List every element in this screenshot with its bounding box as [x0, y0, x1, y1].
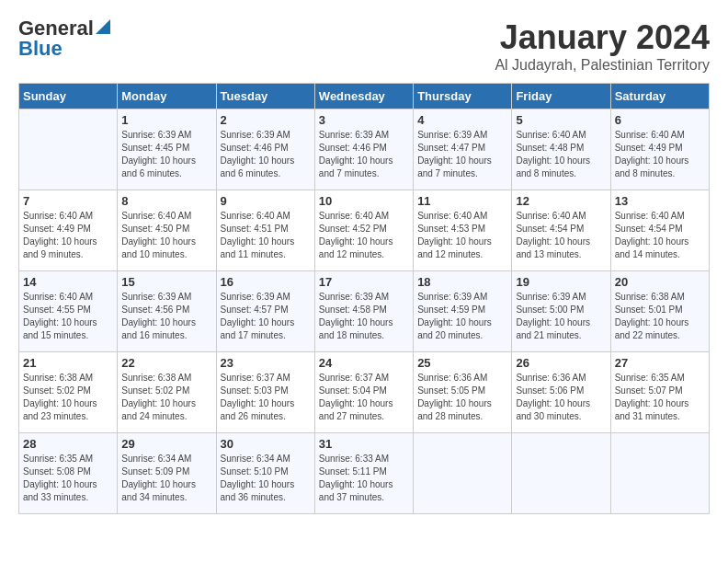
day-info: Sunrise: 6:39 AM Sunset: 4:59 PM Dayligh…	[417, 291, 507, 342]
calendar-cell: 31Sunrise: 6:33 AM Sunset: 5:11 PM Dayli…	[314, 433, 413, 514]
day-number: 2	[221, 113, 311, 127]
day-number: 8	[121, 194, 211, 208]
calendar-cell: 2Sunrise: 6:39 AM Sunset: 4:46 PM Daylig…	[216, 109, 314, 190]
day-number: 27	[615, 356, 705, 370]
svg-marker-0	[96, 19, 110, 34]
calendar-cell	[19, 109, 118, 190]
calendar-cell	[414, 433, 512, 514]
day-info: Sunrise: 6:39 AM Sunset: 4:57 PM Dayligh…	[221, 291, 311, 342]
day-info: Sunrise: 6:39 AM Sunset: 4:47 PM Dayligh…	[417, 129, 507, 180]
day-info: Sunrise: 6:37 AM Sunset: 5:03 PM Dayligh…	[221, 372, 311, 423]
logo-blue-text: Blue	[18, 39, 63, 59]
title-area: January 2024 Al Judayrah, Palestinian Te…	[495, 18, 710, 74]
calendar-cell: 5Sunrise: 6:40 AM Sunset: 4:48 PM Daylig…	[512, 109, 610, 190]
day-info: Sunrise: 6:38 AM Sunset: 5:02 PM Dayligh…	[23, 372, 113, 423]
day-info: Sunrise: 6:40 AM Sunset: 4:50 PM Dayligh…	[121, 210, 211, 261]
week-row-3: 14Sunrise: 6:40 AM Sunset: 4:55 PM Dayli…	[19, 271, 710, 352]
day-info: Sunrise: 6:36 AM Sunset: 5:05 PM Dayligh…	[417, 372, 507, 423]
day-info: Sunrise: 6:34 AM Sunset: 5:09 PM Dayligh…	[121, 453, 211, 504]
calendar-cell: 6Sunrise: 6:40 AM Sunset: 4:49 PM Daylig…	[610, 109, 709, 190]
day-info: Sunrise: 6:40 AM Sunset: 4:51 PM Dayligh…	[221, 210, 311, 261]
calendar-cell: 1Sunrise: 6:39 AM Sunset: 4:45 PM Daylig…	[118, 109, 216, 190]
header-cell-thursday: Thursday	[414, 84, 512, 109]
calendar-cell: 10Sunrise: 6:40 AM Sunset: 4:52 PM Dayli…	[314, 190, 413, 271]
day-number: 7	[23, 194, 113, 208]
day-number: 31	[319, 437, 409, 451]
calendar-cell: 3Sunrise: 6:39 AM Sunset: 4:46 PM Daylig…	[314, 109, 413, 190]
day-info: Sunrise: 6:36 AM Sunset: 5:06 PM Dayligh…	[516, 372, 606, 423]
location-title: Al Judayrah, Palestinian Territory	[495, 57, 710, 74]
calendar-cell: 23Sunrise: 6:37 AM Sunset: 5:03 PM Dayli…	[216, 352, 314, 433]
week-row-4: 21Sunrise: 6:38 AM Sunset: 5:02 PM Dayli…	[19, 352, 710, 433]
calendar-cell: 27Sunrise: 6:35 AM Sunset: 5:07 PM Dayli…	[610, 352, 709, 433]
day-info: Sunrise: 6:40 AM Sunset: 4:54 PM Dayligh…	[516, 210, 606, 261]
day-number: 5	[516, 113, 606, 127]
day-number: 11	[417, 194, 507, 208]
day-number: 3	[319, 113, 409, 127]
day-number: 26	[516, 356, 606, 370]
calendar-cell: 24Sunrise: 6:37 AM Sunset: 5:04 PM Dayli…	[314, 352, 413, 433]
logo: General Blue	[18, 18, 110, 59]
day-number: 12	[516, 194, 606, 208]
day-number: 9	[221, 194, 311, 208]
day-number: 25	[417, 356, 507, 370]
header-cell-friday: Friday	[512, 84, 610, 109]
day-info: Sunrise: 6:40 AM Sunset: 4:49 PM Dayligh…	[23, 210, 113, 261]
calendar-cell	[610, 433, 709, 514]
day-number: 15	[121, 275, 211, 289]
calendar-cell: 21Sunrise: 6:38 AM Sunset: 5:02 PM Dayli…	[19, 352, 118, 433]
header-row: SundayMondayTuesdayWednesdayThursdayFrid…	[19, 84, 710, 109]
calendar-cell: 28Sunrise: 6:35 AM Sunset: 5:08 PM Dayli…	[19, 433, 118, 514]
day-info: Sunrise: 6:33 AM Sunset: 5:11 PM Dayligh…	[319, 453, 409, 504]
calendar-cell: 9Sunrise: 6:40 AM Sunset: 4:51 PM Daylig…	[216, 190, 314, 271]
logo-icon	[96, 19, 110, 34]
day-number: 6	[615, 113, 705, 127]
page-header: General Blue January 2024 Al Judayrah, P…	[18, 18, 710, 74]
day-number: 29	[121, 437, 211, 451]
logo-general-text: General	[18, 18, 94, 39]
day-info: Sunrise: 6:39 AM Sunset: 4:46 PM Dayligh…	[221, 129, 311, 180]
calendar-cell: 29Sunrise: 6:34 AM Sunset: 5:09 PM Dayli…	[118, 433, 216, 514]
day-number: 19	[516, 275, 606, 289]
calendar-cell: 17Sunrise: 6:39 AM Sunset: 4:58 PM Dayli…	[314, 271, 413, 352]
header-cell-sunday: Sunday	[19, 84, 118, 109]
calendar-cell: 25Sunrise: 6:36 AM Sunset: 5:05 PM Dayli…	[414, 352, 512, 433]
calendar-cell: 22Sunrise: 6:38 AM Sunset: 5:02 PM Dayli…	[118, 352, 216, 433]
day-number: 20	[615, 275, 705, 289]
week-row-1: 1Sunrise: 6:39 AM Sunset: 4:45 PM Daylig…	[19, 109, 710, 190]
day-info: Sunrise: 6:39 AM Sunset: 4:45 PM Dayligh…	[121, 129, 211, 180]
day-number: 1	[121, 113, 211, 127]
day-info: Sunrise: 6:35 AM Sunset: 5:07 PM Dayligh…	[615, 372, 705, 423]
day-number: 30	[221, 437, 311, 451]
day-info: Sunrise: 6:39 AM Sunset: 4:56 PM Dayligh…	[121, 291, 211, 342]
day-info: Sunrise: 6:34 AM Sunset: 5:10 PM Dayligh…	[221, 453, 311, 504]
day-info: Sunrise: 6:38 AM Sunset: 5:02 PM Dayligh…	[121, 372, 211, 423]
calendar-cell: 20Sunrise: 6:38 AM Sunset: 5:01 PM Dayli…	[610, 271, 709, 352]
day-info: Sunrise: 6:39 AM Sunset: 4:58 PM Dayligh…	[319, 291, 409, 342]
day-info: Sunrise: 6:40 AM Sunset: 4:48 PM Dayligh…	[516, 129, 606, 180]
calendar-cell: 13Sunrise: 6:40 AM Sunset: 4:54 PM Dayli…	[610, 190, 709, 271]
day-info: Sunrise: 6:35 AM Sunset: 5:08 PM Dayligh…	[23, 453, 113, 504]
day-number: 22	[121, 356, 211, 370]
calendar-cell: 30Sunrise: 6:34 AM Sunset: 5:10 PM Dayli…	[216, 433, 314, 514]
calendar-cell: 19Sunrise: 6:39 AM Sunset: 5:00 PM Dayli…	[512, 271, 610, 352]
header-cell-saturday: Saturday	[610, 84, 709, 109]
day-info: Sunrise: 6:39 AM Sunset: 4:46 PM Dayligh…	[319, 129, 409, 180]
day-number: 17	[319, 275, 409, 289]
calendar-cell: 12Sunrise: 6:40 AM Sunset: 4:54 PM Dayli…	[512, 190, 610, 271]
day-info: Sunrise: 6:38 AM Sunset: 5:01 PM Dayligh…	[615, 291, 705, 342]
day-info: Sunrise: 6:40 AM Sunset: 4:54 PM Dayligh…	[615, 210, 705, 261]
calendar-cell: 16Sunrise: 6:39 AM Sunset: 4:57 PM Dayli…	[216, 271, 314, 352]
header-cell-monday: Monday	[118, 84, 216, 109]
day-number: 24	[319, 356, 409, 370]
calendar-cell	[512, 433, 610, 514]
calendar-cell: 11Sunrise: 6:40 AM Sunset: 4:53 PM Dayli…	[414, 190, 512, 271]
day-number: 4	[417, 113, 507, 127]
header-cell-wednesday: Wednesday	[314, 84, 413, 109]
calendar-cell: 8Sunrise: 6:40 AM Sunset: 4:50 PM Daylig…	[118, 190, 216, 271]
day-info: Sunrise: 6:39 AM Sunset: 5:00 PM Dayligh…	[516, 291, 606, 342]
day-number: 16	[221, 275, 311, 289]
week-row-5: 28Sunrise: 6:35 AM Sunset: 5:08 PM Dayli…	[19, 433, 710, 514]
calendar-cell: 26Sunrise: 6:36 AM Sunset: 5:06 PM Dayli…	[512, 352, 610, 433]
calendar-cell: 18Sunrise: 6:39 AM Sunset: 4:59 PM Dayli…	[414, 271, 512, 352]
